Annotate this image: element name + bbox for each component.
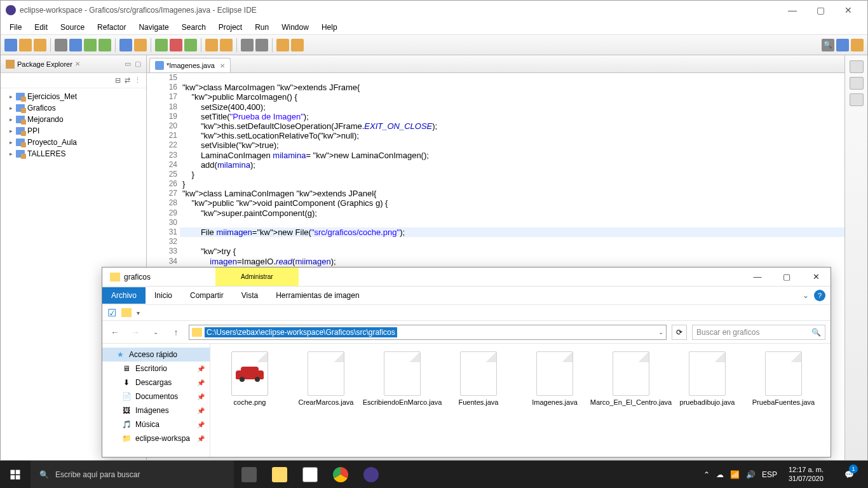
menu-search[interactable]: Search (175, 22, 212, 33)
help-icon[interactable]: ? (814, 290, 825, 301)
tray-overflow-icon[interactable]: ⌃ (703, 470, 710, 479)
file-item[interactable]: PruebaFuentes.java (754, 351, 813, 406)
taskbar-chrome-icon[interactable] (325, 461, 356, 488)
tasks-icon[interactable] (850, 77, 864, 90)
folder-quick-icon[interactable] (121, 308, 132, 317)
ribbon-collapse-icon[interactable]: ⌄ (803, 291, 809, 300)
nav-recent-icon[interactable]: ⌄ (148, 325, 163, 340)
project-graficos[interactable]: ▸Graficos (1, 102, 146, 114)
open-type-icon[interactable] (55, 39, 67, 51)
forward-icon[interactable] (291, 39, 304, 51)
run-last-icon[interactable] (155, 39, 168, 51)
tab-compartir[interactable]: Compartir (181, 287, 233, 304)
maximize-view-icon[interactable]: ▢ (135, 60, 141, 68)
menu-source[interactable]: Source (54, 22, 91, 33)
open-task-icon[interactable] (205, 39, 218, 51)
file-list[interactable]: coche.pngCrearMarcos.javaEscribiendoEnMa… (210, 344, 831, 457)
search-icon[interactable] (220, 39, 233, 51)
tab-herramientas[interactable]: Herramientas de imagen (267, 287, 368, 304)
menu-project[interactable]: Project (212, 22, 248, 33)
ribbon-contextual-tab[interactable]: Administrar (215, 268, 299, 286)
menu-help[interactable]: Help (315, 22, 344, 33)
close-view-icon[interactable]: ✕ (75, 60, 80, 67)
explorer-maximize-button[interactable]: ▢ (772, 268, 801, 286)
minimize-view-icon[interactable]: ▭ (125, 60, 131, 68)
refresh-icon[interactable]: ⟳ (672, 325, 687, 340)
close-button[interactable]: ✕ (834, 1, 862, 20)
file-item[interactable]: pruebadibujo.java (678, 351, 736, 406)
sidebar-item[interactable]: 📄Documentos📌 (102, 390, 210, 403)
project-mejorando[interactable]: ▸Mejorando (1, 114, 146, 125)
toggle-mark-icon[interactable] (241, 39, 254, 51)
tray-wifi-icon[interactable]: 📶 (730, 470, 740, 479)
save-all-icon[interactable] (34, 39, 46, 51)
project-ejercicios_met[interactable]: ▸Ejercicios_Met (1, 91, 146, 102)
menu-navigate[interactable]: Navigate (132, 22, 175, 33)
sidebar-item[interactable]: 🖼Imágenes📌 (102, 403, 210, 417)
explorer-close-button[interactable]: ✕ (801, 268, 831, 286)
stop-icon[interactable] (170, 39, 182, 51)
debug-icon[interactable] (69, 39, 82, 51)
coverage-icon[interactable] (98, 39, 111, 51)
new-package-icon[interactable] (134, 39, 147, 51)
collapse-all-icon[interactable]: ⊟ (115, 76, 121, 85)
menu-edit[interactable]: Edit (28, 22, 54, 33)
tab-archivo[interactable]: Archivo (102, 287, 146, 304)
perspective-debug-icon[interactable] (851, 39, 864, 51)
taskbar-store-icon[interactable] (295, 461, 325, 488)
menu-run[interactable]: Run (248, 22, 275, 33)
maximize-button[interactable]: ▢ (806, 1, 834, 20)
sidebar-quick-access[interactable]: ★ Acceso rápido (102, 348, 210, 362)
address-bar[interactable]: C:\Users\zebax\eclipse-workspace\Grafico… (189, 325, 667, 340)
link-editor-icon[interactable]: ⇄ (125, 76, 130, 85)
sidebar-item[interactable]: 🖥Escritorio📌 (102, 362, 210, 376)
file-item[interactable]: Fuentes.java (449, 351, 508, 406)
new-icon[interactable] (4, 39, 17, 51)
file-item[interactable]: EscribiendoEnMarco.java (373, 351, 431, 406)
taskbar-explorer-icon[interactable] (264, 461, 295, 488)
external-tools-icon[interactable] (184, 39, 197, 51)
search-input[interactable]: Buscar en graficos 🔍 (692, 325, 825, 340)
address-dropdown-icon[interactable]: ⌄ (658, 329, 663, 336)
start-button[interactable] (0, 461, 31, 488)
perspective-java-icon[interactable] (836, 39, 849, 51)
nav-back-icon[interactable]: ← (107, 325, 123, 340)
project-ppi[interactable]: ▸PPI (1, 125, 146, 137)
sidebar-item[interactable]: ⬇Descargas📌 (102, 376, 210, 390)
tray-language[interactable]: ESP (762, 470, 777, 479)
taskbar-eclipse-icon[interactable] (356, 461, 386, 488)
tab-vista[interactable]: Vista (233, 287, 267, 304)
editor-tab-imagenes[interactable]: *Imagenes.java ✕ (149, 58, 231, 72)
minimize-button[interactable]: — (778, 1, 806, 20)
properties-icon[interactable]: ☑ (107, 307, 116, 319)
notification-icon[interactable]: 💬 1 (835, 461, 863, 488)
menu-refactor[interactable]: Refactor (91, 22, 132, 33)
file-item[interactable]: coche.png (220, 351, 279, 406)
explorer-minimize-button[interactable]: — (743, 268, 772, 286)
nav-forward-icon[interactable]: → (128, 325, 143, 340)
outline-icon[interactable] (850, 60, 864, 73)
taskbar-search[interactable]: 🔍 Escribe aquí para buscar (31, 461, 234, 488)
view-menu-icon[interactable]: ⋮ (134, 76, 141, 85)
quick-dropdown-icon[interactable]: ▾ (137, 309, 140, 316)
menu-file[interactable]: File (3, 22, 28, 33)
project-talleres[interactable]: ▸TALLERES (1, 148, 146, 159)
nav-up-icon[interactable]: ↑ (168, 325, 184, 340)
new-class-icon[interactable] (119, 39, 132, 51)
file-item[interactable]: CrearMarcos.java (297, 351, 355, 406)
save-icon[interactable] (19, 39, 32, 51)
problems-icon[interactable] (850, 93, 864, 106)
tab-inicio[interactable]: Inicio (146, 287, 181, 304)
sidebar-item[interactable]: 📁eclipse-workspa📌 (102, 431, 210, 445)
search-toolbar-icon[interactable]: 🔍 (822, 39, 834, 51)
close-tab-icon[interactable]: ✕ (220, 62, 225, 69)
project-proyecto_aula[interactable]: ▸Proyecto_Aula (1, 137, 146, 148)
back-icon[interactable] (276, 39, 289, 51)
menu-window[interactable]: Window (275, 22, 315, 33)
tray-volume-icon[interactable]: 🔊 (746, 470, 756, 479)
file-item[interactable]: Imagenes.java (526, 351, 584, 406)
task-view-icon[interactable] (234, 461, 264, 488)
toggle-block-icon[interactable] (255, 39, 268, 51)
sidebar-item[interactable]: 🎵Música📌 (102, 417, 210, 431)
file-item[interactable]: Marco_En_El_Centro.java (602, 351, 660, 406)
